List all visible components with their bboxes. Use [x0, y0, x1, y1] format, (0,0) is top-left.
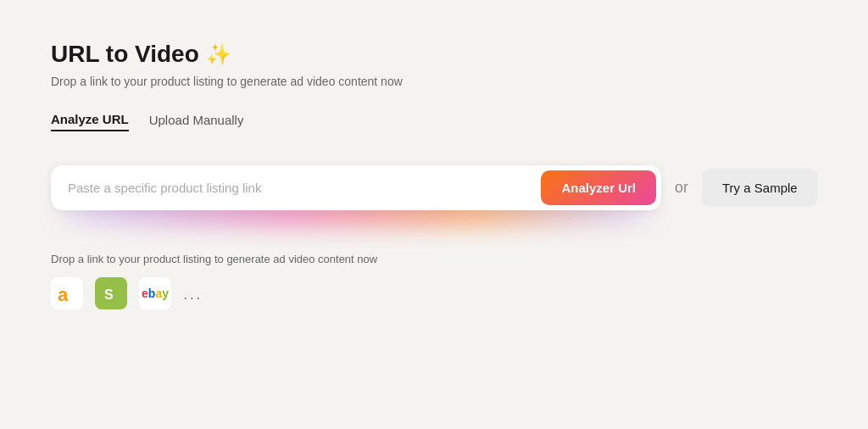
ebay-b: b [148, 287, 156, 300]
ebay-text: ebay [142, 287, 169, 300]
title-text: URL to Video [51, 41, 199, 68]
more-platforms-icon: ... [183, 284, 203, 304]
search-input[interactable] [68, 172, 541, 203]
ebay-a: a [155, 287, 162, 300]
search-box: Analyzer Url [51, 165, 661, 210]
main-container: URL to Video ✨ Drop a link to your produ… [0, 0, 868, 350]
svg-text:S: S [104, 287, 114, 302]
svg-text:a: a [58, 284, 69, 304]
shopify-icon: S [95, 277, 127, 309]
page-title: URL to Video ✨ [51, 41, 817, 68]
ebay-icon: ebay [139, 277, 171, 309]
bottom-subtitle: Drop a link to your product listing to g… [51, 253, 817, 265]
ebay-y: y [162, 287, 169, 300]
tabs: Analyze URL Upload Manually [51, 112, 817, 131]
try-sample-button[interactable]: Try a Sample [702, 169, 818, 207]
or-label: or [675, 179, 688, 197]
bottom-section: Drop a link to your product listing to g… [51, 253, 817, 309]
analyze-button[interactable]: Analyzer Url [541, 170, 656, 205]
tab-upload-manually[interactable]: Upload Manually [149, 113, 244, 131]
platform-icons: a S ebay ... [51, 277, 817, 309]
magic-icon: ✨ [206, 42, 231, 66]
search-box-wrapper: Analyzer Url [51, 165, 661, 210]
ebay-e: e [142, 287, 148, 300]
amazon-icon: a [51, 277, 83, 309]
tab-analyze-url[interactable]: Analyze URL [51, 112, 129, 131]
page-subtitle: Drop a link to your product listing to g… [51, 75, 817, 88]
search-row: Analyzer Url or Try a Sample [51, 165, 817, 210]
